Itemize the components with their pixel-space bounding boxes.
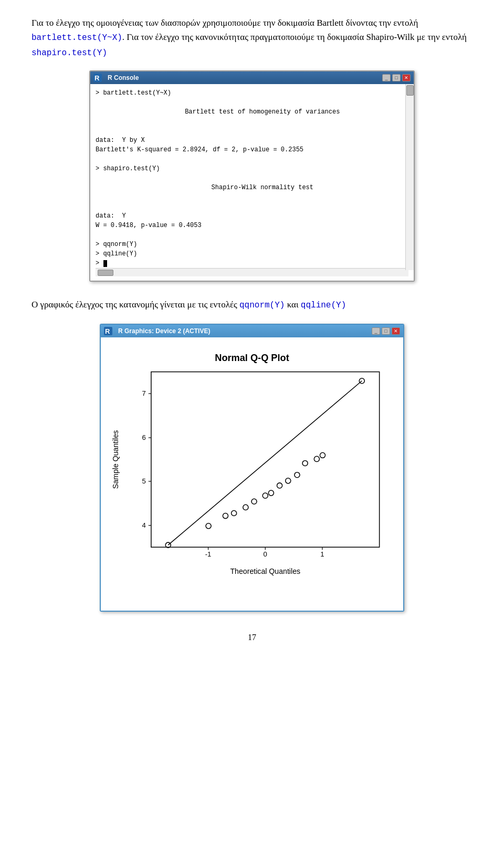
r-logo-icon: R — [93, 74, 102, 82]
graphics-close-button[interactable]: ✕ — [392, 327, 400, 335]
svg-text:6: 6 — [142, 434, 145, 441]
console-title-text: R Console — [108, 74, 139, 81]
console-line-8: > shapiro.test(Y) — [96, 165, 160, 172]
page-number: 17 — [32, 633, 472, 642]
graphics-window-controls: _ □ ✕ — [372, 327, 400, 335]
vertical-scrollbar[interactable] — [405, 84, 414, 270]
graphics-r-logo-icon: R — [104, 327, 112, 335]
svg-rect-4 — [151, 372, 380, 547]
close-button[interactable]: ✕ — [402, 74, 411, 81]
graphics-titlebar: R R Graphics: Device 2 (ACTIVE) _ □ ✕ — [101, 325, 403, 337]
svg-text:5: 5 — [142, 477, 145, 485]
console-line-15: > qqnorm(Y) — [96, 241, 137, 248]
scrollbar-thumb — [406, 85, 414, 96]
graphics-body: Normal Q-Q Plot 4 5 6 7 -1 — [101, 337, 403, 611]
svg-text:1: 1 — [320, 550, 324, 558]
qqplot-svg: Normal Q-Q Plot 4 5 6 7 -1 — [109, 345, 395, 600]
x-axis-label: Theoretical Quantiles — [230, 567, 300, 575]
console-line-13: W = 0.9418, p-value = 0.4053 — [96, 222, 202, 229]
console-line-10: Shapiro-Wilk normality test — [96, 183, 399, 192]
svg-text:4: 4 — [142, 521, 145, 529]
paragraph-2: Ο γραφικός έλεγχος της κατανομής γίνεται… — [32, 297, 472, 313]
para2-code2: qqline(Y) — [301, 301, 346, 310]
para1-text-after: . Για τον έλεγχο της κανονικότητας πραγμ… — [122, 32, 467, 42]
svg-text:R: R — [94, 74, 100, 82]
para1-text-before: Για το έλεγχο της ομοιογένειας των διασπ… — [32, 18, 418, 28]
console-body: > bartlett.test(Y~X) Bartlett test of ho… — [90, 84, 414, 281]
para1-code1: bartlett.test(Y~X) — [32, 33, 122, 43]
hscroll-thumb — [98, 270, 113, 276]
y-axis-label: Sample Quantiles — [111, 430, 120, 489]
para1-code2: shapiro.test(Y) — [32, 48, 107, 58]
para2-text-before: Ο γραφικός έλεγχος της κατανομής γίνεται… — [32, 300, 239, 310]
plot-title: Normal Q-Q Plot — [215, 353, 289, 363]
horizontal-scrollbar[interactable] — [96, 268, 408, 276]
console-line-3: Bartlett test of homogeneity of variance… — [96, 107, 399, 117]
console-cursor-line: > — [96, 260, 107, 267]
console-titlebar: R R Console _ □ ✕ — [90, 71, 414, 84]
svg-text:-1: -1 — [205, 550, 212, 558]
svg-text:0: 0 — [264, 550, 267, 558]
svg-text:R: R — [105, 327, 110, 335]
graphics-maximize-button[interactable]: □ — [382, 327, 390, 335]
graphics-minimize-button[interactable]: _ — [372, 327, 380, 335]
minimize-button[interactable]: _ — [382, 74, 391, 81]
console-line-6: Bartlett's K-squared = 2.8924, df = 2, p… — [96, 146, 303, 153]
console-line-16: > qqline(Y) — [96, 250, 137, 258]
maximize-button[interactable]: □ — [392, 74, 401, 81]
console-line-12: data: Y — [96, 212, 126, 220]
console-content: > bartlett.test(Y~X) Bartlett test of ho… — [96, 88, 408, 268]
svg-text:7: 7 — [142, 389, 145, 397]
paragraph-1: Για το έλεγχο της ομοιογένειας των διασπ… — [32, 16, 472, 60]
para2-text-middle: και — [285, 300, 300, 310]
r-console-window: R R Console _ □ ✕ > bartlett.test(Y~X) B… — [89, 70, 415, 282]
console-line-5: data: Y by X — [96, 137, 145, 144]
graphics-title-text: R Graphics: Device 2 (ACTIVE) — [118, 327, 210, 335]
console-line-1: > bartlett.test(Y~X) — [96, 89, 171, 97]
para2-code1: qqnorm(Y) — [239, 301, 285, 310]
window-controls: _ □ ✕ — [382, 74, 411, 81]
r-graphics-window: R R Graphics: Device 2 (ACTIVE) _ □ ✕ No… — [100, 324, 404, 612]
